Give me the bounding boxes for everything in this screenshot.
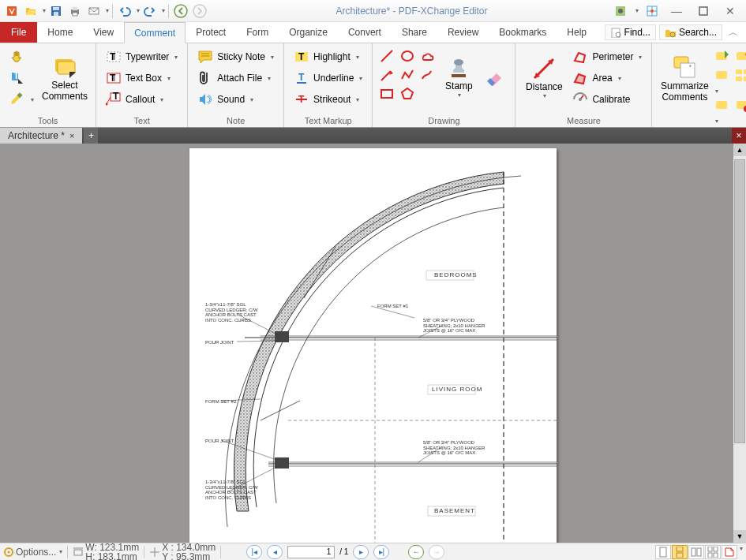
last-page-button[interactable]: ▸| xyxy=(373,545,389,559)
options-label: Options... xyxy=(16,547,56,558)
comment-tab[interactable]: Comment xyxy=(124,22,186,43)
form-tab[interactable]: Form xyxy=(236,22,279,43)
vertical-scrollbar[interactable]: ▲ ▼ xyxy=(733,144,746,543)
continuous-button[interactable] xyxy=(672,545,688,559)
protect-tab[interactable]: Protect xyxy=(186,22,236,43)
close-button[interactable]: ✕ xyxy=(719,3,741,19)
convert-tab[interactable]: Convert xyxy=(338,22,392,43)
document-viewport[interactable]: BEDROOMS LIVING ROOM BASEMENT 1-3/4"x11-… xyxy=(0,144,746,543)
organize-tab[interactable]: Organize xyxy=(279,22,338,43)
add-tab-button[interactable]: + xyxy=(84,128,98,144)
share-tab[interactable]: Share xyxy=(392,22,437,43)
select-comments-button[interactable]: Select Comments xyxy=(40,47,89,110)
collapse-ribbon-button[interactable]: ︿ xyxy=(725,26,741,39)
flatten-comments-icon[interactable]: ▾ xyxy=(714,97,731,125)
pencil-tool-icon[interactable] xyxy=(420,67,436,83)
import-comments-icon[interactable] xyxy=(714,48,731,65)
find-button[interactable]: Find... xyxy=(605,24,656,40)
maximize-button[interactable] xyxy=(692,3,714,19)
ui-options-button[interactable] xyxy=(612,2,629,20)
document-tabs: Architecture *× + × xyxy=(0,128,746,144)
history-forward-button[interactable]: → xyxy=(429,545,444,559)
select-text-tool-button[interactable]: T xyxy=(6,68,37,88)
redo-button[interactable] xyxy=(141,2,159,20)
svg-text:T: T xyxy=(110,51,116,62)
minimize-button[interactable]: — xyxy=(665,3,688,19)
sticky-note-button[interactable]: Sticky Note▾ xyxy=(194,47,277,67)
close-all-button[interactable]: × xyxy=(732,128,746,144)
two-page-button[interactable] xyxy=(688,545,704,559)
show-comments-icon[interactable]: ▾ xyxy=(714,67,731,95)
oval-tool-icon[interactable] xyxy=(399,48,415,64)
comments-list-icon[interactable] xyxy=(734,67,746,95)
svg-point-11 xyxy=(618,9,623,13)
app-icon[interactable] xyxy=(3,2,21,20)
open-dropdown[interactable]: ▾ xyxy=(43,7,46,14)
eraser-button[interactable] xyxy=(482,47,508,110)
history-back-button[interactable]: ← xyxy=(408,545,424,559)
find-label: Find... xyxy=(624,27,650,38)
scroll-up-button[interactable]: ▲ xyxy=(733,144,746,156)
summarize-button[interactable]: Summarize Comments xyxy=(658,47,710,110)
svg-point-41 xyxy=(402,51,413,61)
format-tool-button[interactable]: ▾ xyxy=(6,89,37,110)
options-button[interactable]: Options...▾ xyxy=(3,547,62,558)
callout-button[interactable]: TCallout▾ xyxy=(103,89,181,110)
scroll-down-button[interactable]: ▼ xyxy=(733,530,746,543)
rect-tool-icon[interactable] xyxy=(379,86,395,102)
textbox-button[interactable]: TText Box▾ xyxy=(103,68,181,88)
nav-forward-button[interactable] xyxy=(191,2,208,20)
hand-tool-button[interactable] xyxy=(6,47,37,67)
sound-button[interactable]: Sound▾ xyxy=(194,89,277,110)
scroll-thumb[interactable] xyxy=(734,159,745,443)
perimeter-button[interactable]: Perimeter▾ xyxy=(569,47,645,67)
undo-dropdown[interactable]: ▾ xyxy=(137,7,140,14)
area-button[interactable]: Area▾ xyxy=(569,68,645,88)
email-button[interactable] xyxy=(85,2,103,20)
nav-back-button[interactable] xyxy=(172,2,189,20)
typewriter-button[interactable]: TTypewriter▾ xyxy=(103,47,181,67)
underline-button[interactable]: TUnderline▾ xyxy=(291,68,366,88)
search-button[interactable]: Search... xyxy=(659,24,722,40)
attach-file-button[interactable]: Attach File▾ xyxy=(194,68,277,88)
position-readout: X : 134.0mmY : 95.3mm xyxy=(149,543,216,561)
page-input[interactable] xyxy=(287,546,335,558)
arrow-tool-icon[interactable] xyxy=(379,67,395,83)
comment-styles-icon[interactable] xyxy=(734,97,746,125)
help-tab[interactable]: Help xyxy=(557,22,597,43)
open-button[interactable] xyxy=(22,2,39,20)
two-continuous-button[interactable] xyxy=(705,545,721,559)
cloud-tool-icon[interactable] xyxy=(420,48,436,64)
ui-options-dropdown[interactable]: ▾ xyxy=(635,7,639,14)
save-button[interactable] xyxy=(47,2,65,20)
bookmarks-tab[interactable]: Bookmarks xyxy=(489,22,557,43)
email-dropdown[interactable]: ▾ xyxy=(106,7,109,14)
file-tab[interactable]: File xyxy=(0,22,37,43)
home-tab[interactable]: Home xyxy=(37,22,83,43)
stamp-button[interactable]: Stamp▾ xyxy=(439,47,478,110)
distance-button[interactable]: Distance▾ xyxy=(522,47,566,110)
view-tab[interactable]: View xyxy=(83,22,124,43)
pdf-mode-button[interactable] xyxy=(722,545,737,559)
polyline-tool-icon[interactable] xyxy=(399,67,415,83)
undo-button[interactable] xyxy=(116,2,133,20)
strikeout-button[interactable]: TStrikeout▾ xyxy=(291,89,366,110)
launch-button[interactable] xyxy=(643,2,661,20)
highlight-button[interactable]: THighlight▾ xyxy=(291,47,366,67)
svg-rect-101 xyxy=(708,553,712,558)
distance-label: Distance xyxy=(526,81,563,92)
export-comments-icon[interactable] xyxy=(734,48,746,65)
calibrate-button[interactable]: Calibrate xyxy=(569,89,645,110)
layout-dropdown[interactable]: ▾ xyxy=(740,545,743,559)
review-tab[interactable]: Review xyxy=(437,22,489,43)
redo-dropdown[interactable]: ▾ xyxy=(162,7,165,14)
close-tab-icon[interactable]: × xyxy=(69,131,74,140)
print-button[interactable] xyxy=(66,2,84,20)
line-tool-icon[interactable] xyxy=(379,48,395,64)
next-page-button[interactable]: ▸ xyxy=(353,545,369,559)
first-page-button[interactable]: |◂ xyxy=(246,545,262,559)
document-tab[interactable]: Architecture *× xyxy=(0,128,82,144)
prev-page-button[interactable]: ◂ xyxy=(267,545,283,559)
polygon-tool-icon[interactable] xyxy=(399,86,415,102)
single-page-button[interactable] xyxy=(655,545,671,559)
